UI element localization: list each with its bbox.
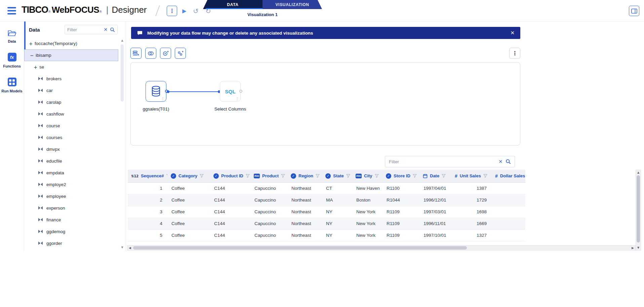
node-menu-icon[interactable]: ⋮ bbox=[235, 97, 239, 101]
functions-fx-icon: fx bbox=[8, 53, 16, 61]
tree-item-empdata[interactable]: empdata bbox=[24, 167, 118, 179]
expand-icon[interactable]: + bbox=[34, 64, 37, 70]
rail-item-functions[interactable]: fx Functions bbox=[3, 53, 21, 68]
rail-label: Data bbox=[8, 39, 16, 43]
tree-item-finance[interactable]: finance bbox=[24, 214, 118, 226]
flow-node-source[interactable]: ⋮ bbox=[146, 81, 166, 102]
data-flow-canvas[interactable]: ⋮ SQL ⋮ ggsales(T01) Select Columns bbox=[130, 62, 520, 145]
union-button[interactable] bbox=[160, 48, 171, 59]
undo-button[interactable]: ↺ bbox=[191, 6, 201, 16]
data-source-tree: +foccache(Temporary) −ibisamp +se broker… bbox=[24, 38, 118, 251]
clear-filter-icon[interactable]: ✕ bbox=[104, 27, 108, 32]
dimension-check-icon: ✓ bbox=[325, 173, 331, 179]
tab-strip: DATA VISUALIZATION bbox=[203, 0, 322, 9]
scroll-down-icon[interactable]: ▼ bbox=[120, 246, 125, 249]
tab-visualization[interactable]: VISUALIZATION bbox=[263, 0, 322, 9]
cell: Capuccino bbox=[250, 229, 287, 241]
run-button[interactable]: ▶ bbox=[179, 6, 190, 16]
undo-icon: ↺ bbox=[193, 7, 199, 15]
add-columns-button[interactable] bbox=[175, 48, 186, 59]
tree-item-course[interactable]: course bbox=[24, 120, 118, 132]
toolbar-menu-button[interactable]: ⋮ bbox=[167, 6, 177, 16]
data-panel-scrollbar[interactable]: ▲ ▼ bbox=[120, 38, 125, 250]
expand-icon[interactable]: + bbox=[29, 41, 32, 46]
grid-vertical-scrollbar[interactable]: ▲ ▼ bbox=[636, 170, 641, 251]
column-header-state[interactable]: ✓State bbox=[322, 170, 352, 182]
column-filter-icon[interactable] bbox=[442, 174, 446, 178]
tree-item-ibisamp[interactable]: −ibisamp bbox=[24, 49, 118, 61]
cell: New Haven bbox=[352, 182, 383, 194]
flow-options-button[interactable]: ⋮ bbox=[509, 48, 520, 59]
data-filter-input[interactable] bbox=[67, 27, 101, 32]
search-icon[interactable] bbox=[506, 159, 511, 164]
column-header-product[interactable]: AbcProduct bbox=[250, 170, 287, 182]
tree-item-carolap[interactable]: carolap bbox=[24, 96, 118, 108]
tree-item-courses[interactable]: courses bbox=[24, 132, 118, 143]
tab-data[interactable]: DATA bbox=[203, 0, 263, 9]
join-button[interactable] bbox=[145, 48, 156, 59]
column-header-sequence[interactable]: ⇅12Sequence# bbox=[128, 170, 167, 182]
cell: 4 bbox=[128, 218, 167, 229]
tree-item-car[interactable]: car bbox=[24, 85, 118, 96]
scroll-right-icon[interactable]: ▶ bbox=[632, 246, 634, 250]
brand-text: TIBCO bbox=[22, 5, 48, 15]
column-label: State bbox=[333, 173, 344, 178]
column-filter-icon[interactable] bbox=[483, 174, 487, 178]
tree-item-experson[interactable]: experson bbox=[24, 202, 118, 214]
scroll-up-icon[interactable]: ▲ bbox=[120, 39, 125, 42]
grid-filter-input[interactable] bbox=[389, 159, 495, 164]
tree-item-label: car bbox=[46, 88, 53, 93]
column-filter-icon[interactable] bbox=[346, 174, 350, 178]
clear-filter-icon[interactable]: ✕ bbox=[498, 159, 502, 164]
scroll-down-icon[interactable]: ▼ bbox=[636, 246, 641, 249]
tree-item-dmvpx[interactable]: dmvpx bbox=[24, 143, 118, 155]
tree-item-employee[interactable]: employee bbox=[24, 190, 118, 202]
column-header-store-id[interactable]: ✓Store ID bbox=[383, 170, 419, 182]
tree-item-educfile[interactable]: educfile bbox=[24, 155, 118, 167]
column-filter-icon[interactable] bbox=[413, 174, 417, 178]
scrollbar-thumb[interactable] bbox=[637, 175, 640, 243]
grid-horizontal-scrollbar[interactable]: ◀ ▶ bbox=[127, 245, 636, 251]
panel-toggle-button[interactable] bbox=[629, 6, 639, 16]
dimension-check-icon: ✓ bbox=[291, 173, 296, 179]
column-filter-icon[interactable] bbox=[281, 174, 285, 178]
column-header-region[interactable]: ✓Region bbox=[287, 170, 322, 182]
flow-node-sql[interactable]: SQL ⋮ bbox=[220, 81, 241, 102]
column-filter-icon[interactable] bbox=[166, 174, 167, 178]
column-header-unit-sales[interactable]: #Unit Sales bbox=[451, 170, 492, 182]
tree-item-ggorder[interactable]: ggorder bbox=[24, 237, 118, 249]
close-icon[interactable]: ✕ bbox=[510, 30, 515, 36]
column-header-date[interactable]: Date bbox=[419, 170, 451, 182]
scroll-left-icon[interactable]: ◀ bbox=[129, 246, 131, 250]
output-port[interactable] bbox=[239, 90, 242, 93]
tree-item-foccache[interactable]: +foccache(Temporary) bbox=[24, 38, 118, 49]
column-filter-icon[interactable] bbox=[246, 174, 250, 178]
tree-item-ggdemog[interactable]: ggdemog bbox=[24, 226, 118, 237]
node-menu-icon[interactable]: ⋮ bbox=[161, 97, 165, 101]
column-filter-icon[interactable] bbox=[200, 174, 204, 178]
column-filter-icon[interactable] bbox=[316, 174, 320, 178]
tree-item-employe2[interactable]: employe2 bbox=[24, 179, 118, 190]
rail-item-run-models[interactable]: Run Models bbox=[1, 78, 22, 93]
cell: Capuccino bbox=[250, 218, 287, 229]
column-header-category[interactable]: ✓Category bbox=[167, 170, 210, 182]
rail-item-data[interactable]: Data bbox=[8, 30, 16, 43]
scroll-up-icon[interactable]: ▲ bbox=[636, 171, 641, 174]
synonym-icon bbox=[38, 218, 43, 222]
scrollbar-thumb[interactable] bbox=[121, 44, 124, 101]
tree-item-cashflow[interactable]: cashflow bbox=[24, 108, 118, 120]
tree-item-label: se bbox=[39, 64, 44, 70]
column-filter-icon[interactable] bbox=[375, 174, 379, 178]
add-data-button[interactable] bbox=[130, 48, 142, 59]
column-header-city[interactable]: AbcCity bbox=[352, 170, 383, 182]
search-icon[interactable] bbox=[110, 27, 115, 32]
tree-item-se[interactable]: +se bbox=[24, 61, 118, 73]
column-header-dollar-sales[interactable]: #Dollar Sales bbox=[492, 170, 525, 182]
tree-item-brokers[interactable]: brokers bbox=[24, 73, 118, 85]
hamburger-menu-icon[interactable] bbox=[7, 7, 16, 14]
column-header-product-id[interactable]: ✓Product ID bbox=[210, 170, 250, 182]
scrollbar-thumb[interactable] bbox=[133, 246, 467, 250]
kebab-icon: ⋮ bbox=[169, 8, 175, 14]
grid-row: 4 Coffee C144 Capuccino Northeast NY New… bbox=[128, 218, 525, 229]
collapse-icon[interactable]: − bbox=[30, 53, 33, 58]
